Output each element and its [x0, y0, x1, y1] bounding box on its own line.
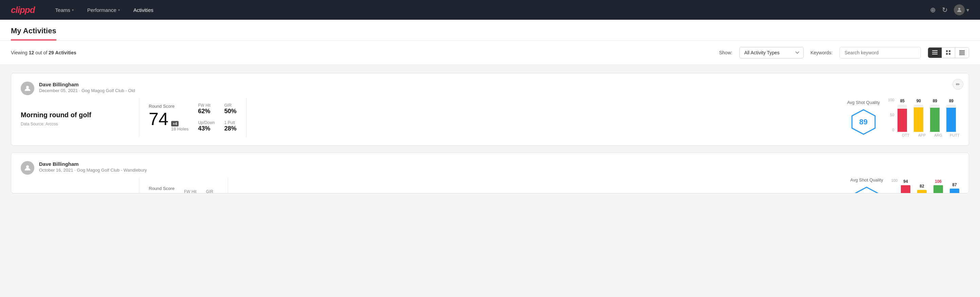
- view-toggles: [928, 47, 969, 58]
- viewing-total: 29: [49, 50, 54, 55]
- bar-group-putt: 89: [947, 99, 956, 132]
- score-number: 74: [149, 110, 169, 128]
- navbar: clippd Teams ▾ Performance ▾ Activities …: [0, 0, 980, 20]
- nav-item-performance[interactable]: Performance ▾: [81, 0, 127, 20]
- avatar: [954, 5, 965, 15]
- list-expand-toggle[interactable]: [955, 48, 969, 58]
- search-input[interactable]: [839, 47, 921, 59]
- card-body: Morning round of golf Data Source: Arcco…: [21, 98, 959, 137]
- divider: [139, 177, 139, 193]
- gir-stat: GIR 50%: [224, 103, 237, 115]
- mini-stats: FW Hit 62% Up/Down 43% GIR 50% 1 Putt: [198, 103, 236, 132]
- svg-rect-3: [932, 54, 937, 54]
- grid-toggle[interactable]: [942, 48, 955, 58]
- chart-y-axis: 100 50 0: [888, 98, 896, 132]
- chart-y-axis: 100 50 0: [891, 179, 899, 194]
- keywords-label: Keywords:: [811, 50, 833, 55]
- divider: [139, 98, 139, 137]
- bar-x-label-app: APP: [917, 133, 927, 137]
- bar-chart: 100 50 0 94 82: [891, 179, 959, 194]
- user-menu[interactable]: ▾: [954, 5, 969, 15]
- bar-group-ott: 94: [901, 179, 910, 194]
- mini-stats: FW Hit 43% GIR 56%: [184, 189, 218, 193]
- svg-rect-7: [949, 53, 950, 55]
- chevron-down-icon: ▾: [118, 8, 120, 12]
- nav-right: ⊕ ↻ ▾: [930, 5, 969, 15]
- bar-group-app: 90: [914, 99, 923, 132]
- chevron-down-icon: ▾: [966, 7, 969, 13]
- avatar: [21, 161, 34, 175]
- bar-group-ott: 85: [897, 99, 907, 132]
- shot-quality-section: Avg Shot Quality 100 50: [850, 177, 959, 193]
- hexagon-container: [850, 186, 883, 193]
- hexagon-container: 89: [847, 109, 880, 136]
- user-name: Dave Billingham: [39, 81, 135, 87]
- viewing-count-text: Viewing 12 out of 29 Activities: [11, 50, 713, 55]
- svg-marker-15: [855, 187, 878, 193]
- filter-bar: Viewing 12 out of 29 Activities Show: Al…: [0, 41, 980, 65]
- add-icon[interactable]: ⊕: [930, 6, 936, 14]
- shot-quality-label: Avg Shot Quality: [850, 177, 883, 182]
- score-number: —: [149, 192, 161, 193]
- round-score-label: Round Score: [149, 104, 188, 109]
- svg-point-0: [958, 8, 960, 10]
- hexagon: [853, 186, 880, 193]
- viewing-suffix: Activities: [55, 50, 76, 55]
- svg-rect-10: [959, 53, 965, 54]
- svg-point-14: [26, 166, 29, 168]
- list-compact-toggle[interactable]: [928, 48, 942, 58]
- nav-items: Teams ▾ Performance ▾ Activities: [49, 0, 930, 20]
- fw-hit-stat: FW Hit 62%: [198, 103, 215, 115]
- page-title: My Activities: [11, 27, 56, 40]
- round-score-section: Round Score 74 +4 18 Holes: [149, 104, 188, 131]
- activity-card: Dave Billingham October 16, 2021 · Gog M…: [11, 153, 969, 193]
- svg-rect-1: [932, 50, 937, 51]
- shot-quality-section: Avg Shot Quality 89: [847, 98, 959, 137]
- svg-rect-4: [946, 50, 948, 52]
- chevron-down-icon: ▾: [72, 8, 74, 12]
- fw-hit-stat: FW Hit 43%: [184, 189, 197, 193]
- data-source: Data Source: Arccos: [21, 121, 129, 126]
- shot-quality-label: Avg Shot Quality: [847, 100, 880, 105]
- activity-card: ✏ Dave Billingham December 05, 2021 · Go…: [11, 73, 969, 146]
- user-meta: December 05, 2021 · Gog Magog Golf Club …: [39, 88, 135, 93]
- viewing-shown: 12: [29, 50, 34, 55]
- card-body: Round Score — FW Hit 43% GIR 56%: [21, 177, 959, 193]
- svg-rect-5: [949, 50, 950, 52]
- page-header: My Activities: [0, 20, 980, 41]
- edit-button[interactable]: ✏: [953, 79, 963, 90]
- logo[interactable]: clippd: [11, 5, 35, 15]
- card-header: Dave Billingham October 16, 2021 · Gog M…: [21, 161, 959, 175]
- score-holes: 18 Holes: [171, 126, 188, 131]
- user-meta: October 16, 2021 · Gog Magog Golf Club -…: [39, 168, 147, 172]
- svg-rect-2: [932, 52, 937, 53]
- bar-group-arg: 89: [930, 99, 940, 132]
- svg-point-12: [26, 86, 29, 89]
- svg-rect-6: [946, 53, 948, 55]
- refresh-icon[interactable]: ↻: [942, 6, 948, 14]
- hexagon: 89: [850, 109, 877, 136]
- bar-x-label-putt: PUTT: [950, 133, 959, 137]
- hexagon-value: 89: [859, 118, 867, 126]
- bar-x-label-ott: OTT: [901, 133, 910, 137]
- divider: [246, 98, 247, 137]
- svg-rect-8: [959, 50, 965, 51]
- avatar: [21, 81, 34, 95]
- gir-stat: GIR 56%: [206, 189, 218, 193]
- card-header: Dave Billingham December 05, 2021 · Gog …: [21, 81, 959, 95]
- activities-content: ✏ Dave Billingham December 05, 2021 · Go…: [0, 73, 980, 211]
- nav-item-teams[interactable]: Teams ▾: [49, 0, 81, 20]
- round-score-section: Round Score —: [149, 186, 175, 193]
- one-putt-stat: 1 Putt 28%: [224, 120, 237, 132]
- nav-item-activities[interactable]: Activities: [127, 0, 160, 20]
- svg-rect-9: [959, 52, 965, 52]
- round-score-label: Round Score: [149, 186, 175, 191]
- divider: [228, 177, 228, 193]
- score-badge: +4: [171, 121, 179, 126]
- activity-type-select[interactable]: All Activity Types: [739, 47, 804, 59]
- bar-group-arg: 106: [934, 179, 943, 194]
- bar-x-label-arg: ARG: [934, 133, 943, 137]
- bar-group-putt: 87: [950, 182, 959, 194]
- bar-group-app: 82: [917, 184, 927, 194]
- bar-chart: 100 50 0 85: [888, 98, 959, 137]
